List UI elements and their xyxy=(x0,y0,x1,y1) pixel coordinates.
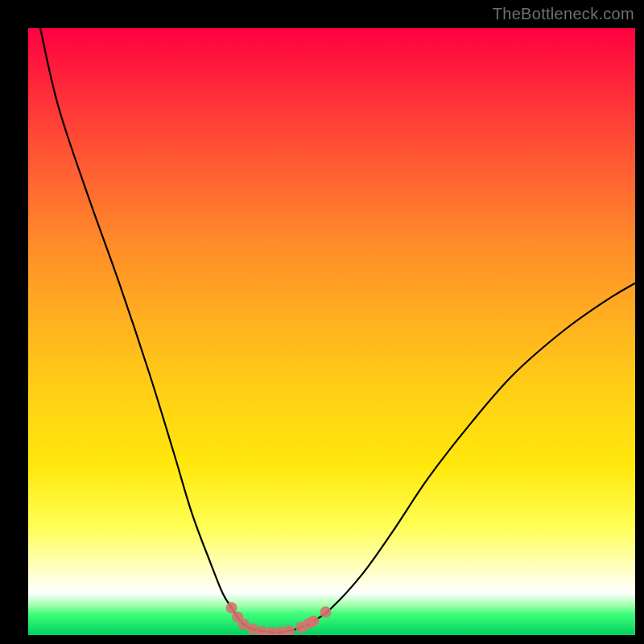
watermark-text: TheBottleneck.com xyxy=(493,5,634,23)
chart-frame: TheBottleneck.com xyxy=(0,0,644,644)
chart-svg xyxy=(28,28,635,635)
left-curve xyxy=(40,28,277,633)
data-point xyxy=(308,616,319,627)
right-curve xyxy=(277,283,635,633)
plot-area xyxy=(28,28,635,635)
marker-group xyxy=(226,602,332,635)
data-point xyxy=(283,625,295,635)
data-point xyxy=(320,606,331,617)
